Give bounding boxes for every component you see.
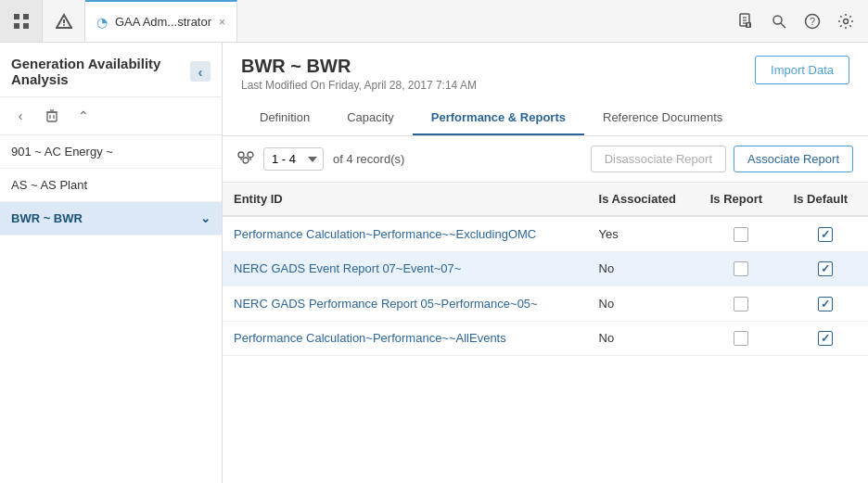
record-count: of 4 record(s) <box>333 152 404 166</box>
entity-link[interactable]: Performance Calculation~Performance~~All… <box>234 331 506 345</box>
svg-rect-19 <box>47 112 57 121</box>
sidebar-item-as-as-plant[interactable]: AS ~ AS Plant <box>0 169 222 202</box>
col-is-default: Is Default <box>783 183 868 216</box>
is-default-checkbox[interactable] <box>818 331 833 346</box>
is-report-checkbox[interactable] <box>734 261 748 276</box>
content-tabs: Definition Capacity Performance & Report… <box>241 101 849 135</box>
delete-btn[interactable] <box>39 103 65 129</box>
is-default-checkbox[interactable] <box>818 227 833 242</box>
entity-id-cell: Performance Calculation~Performance~~All… <box>223 321 588 356</box>
back-btn[interactable]: ‹ <box>7 103 33 129</box>
svg-point-6 <box>63 24 65 26</box>
tab-label: GAA Adm...strator <box>115 15 211 29</box>
table-body: Performance Calculation~Performance~~Exc… <box>223 216 868 356</box>
entity-id-cell: Performance Calculation~Performance~~Exc… <box>223 216 588 251</box>
triangle-icon[interactable] <box>43 0 85 42</box>
entity-info: BWR ~ BWR Last Modified On Friday, April… <box>241 56 477 92</box>
is-report-cell[interactable] <box>699 321 783 356</box>
svg-point-26 <box>243 158 249 163</box>
table-actions: Disassociate Report Associate Report <box>591 146 853 172</box>
entity-subtitle: Last Modified On Friday, April 28, 2017 … <box>241 79 477 92</box>
is-associated-cell: No <box>588 251 699 286</box>
chevron-down-icon: ⌄ <box>200 211 211 225</box>
sidebar-title: Generation Availability Analysis <box>11 56 160 87</box>
is-report-cell[interactable] <box>699 216 783 251</box>
table-row: NERC GADS Performance Report 05~Performa… <box>223 286 868 322</box>
svg-point-24 <box>238 152 244 158</box>
is-default-cell[interactable] <box>783 321 868 356</box>
content-header: BWR ~ BWR Last Modified On Friday, April… <box>223 43 868 136</box>
svg-line-15 <box>781 23 785 28</box>
svg-rect-0 <box>14 14 19 19</box>
col-entity-id: Entity ID <box>223 183 588 216</box>
is-default-cell[interactable] <box>783 286 868 322</box>
grid-icon[interactable] <box>0 0 43 42</box>
is-default-checkbox[interactable] <box>818 261 833 276</box>
table-header-row: Entity ID Is Associated Is Report Is Def… <box>223 183 868 216</box>
main-layout: Generation Availability Analysis ‹ ‹ ⌃ 9… <box>0 43 868 483</box>
is-default-checkbox[interactable] <box>818 297 833 311</box>
import-data-button[interactable]: Import Data <box>755 56 849 84</box>
table-row: Performance Calculation~Performance~~Exc… <box>223 216 868 251</box>
top-bar-actions: ? <box>723 0 868 42</box>
svg-point-18 <box>844 19 849 23</box>
tab-close-icon[interactable]: × <box>219 16 225 29</box>
sidebar-item-bwr-bwr[interactable]: BWR ~ BWR ⌄ <box>0 202 222 235</box>
is-report-cell[interactable] <box>699 251 783 286</box>
is-report-checkbox[interactable] <box>734 227 748 242</box>
table-area: 1 - 4 of 4 record(s) Disassociate Report… <box>223 136 868 483</box>
search-action-icon[interactable] <box>764 6 794 36</box>
svg-rect-1 <box>23 14 29 19</box>
svg-point-25 <box>248 152 253 158</box>
entity-link[interactable]: NERC GADS Event Report 07~Event~07~ <box>234 261 461 275</box>
entity-link[interactable]: NERC GADS Performance Report 05~Performa… <box>234 297 538 311</box>
svg-point-14 <box>773 16 782 24</box>
svg-rect-3 <box>23 23 29 29</box>
is-associated-cell: No <box>588 321 699 356</box>
entity-link[interactable]: Performance Calculation~Performance~~Exc… <box>234 227 536 241</box>
is-report-checkbox[interactable] <box>734 297 748 311</box>
entity-title: BWR ~ BWR <box>241 56 477 77</box>
col-is-associated: Is Associated <box>588 183 699 216</box>
reports-table: Entity ID Is Associated Is Report Is Def… <box>223 183 868 356</box>
sidebar: Generation Availability Analysis ‹ ‹ ⌃ 9… <box>0 43 223 483</box>
top-bar: ◔ GAA Adm...strator × ? <box>0 0 868 43</box>
tab-definition[interactable]: Definition <box>241 101 328 135</box>
entity-id-cell: NERC GADS Event Report 07~Event~07~ <box>223 251 588 286</box>
table-row: Performance Calculation~Performance~~All… <box>223 321 868 356</box>
svg-text:?: ? <box>810 16 815 27</box>
up-btn[interactable]: ⌃ <box>70 103 96 129</box>
sidebar-collapse-btn[interactable]: ‹ <box>190 61 211 82</box>
tab-reference-documents[interactable]: Reference Documents <box>584 101 741 135</box>
filter-icon <box>237 151 254 168</box>
col-is-report: Is Report <box>699 183 783 216</box>
settings-action-icon[interactable] <box>831 6 861 36</box>
document-action-icon[interactable] <box>731 6 760 36</box>
table-toolbar: 1 - 4 of 4 record(s) Disassociate Report… <box>223 136 868 183</box>
sidebar-toolbar: ‹ ⌃ <box>0 97 222 135</box>
main-tab[interactable]: ◔ GAA Adm...strator × <box>85 0 237 42</box>
tab-performance-reports[interactable]: Performance & Reports <box>413 101 584 135</box>
is-default-cell[interactable] <box>783 216 868 251</box>
tab-capacity[interactable]: Capacity <box>328 101 413 135</box>
table-row: NERC GADS Event Report 07~Event~07~ No <box>223 251 868 286</box>
is-default-cell[interactable] <box>783 251 868 286</box>
svg-rect-2 <box>14 23 19 29</box>
entity-id-cell: NERC GADS Performance Report 05~Performa… <box>223 286 588 322</box>
sidebar-item-901-ac-energy[interactable]: 901 ~ AC Energy ~ <box>0 135 222 169</box>
tab-spinner-icon: ◔ <box>96 15 108 30</box>
content-area: BWR ~ BWR Last Modified On Friday, April… <box>223 43 868 483</box>
is-associated-cell: No <box>588 286 699 322</box>
is-report-checkbox[interactable] <box>734 331 748 346</box>
help-action-icon[interactable]: ? <box>798 6 827 36</box>
sidebar-header: Generation Availability Analysis ‹ <box>0 43 222 97</box>
disassociate-report-button[interactable]: Disassociate Report <box>591 146 726 172</box>
is-associated-cell: Yes <box>588 216 699 251</box>
content-header-top: BWR ~ BWR Last Modified On Friday, April… <box>241 56 849 92</box>
is-report-cell[interactable] <box>699 286 783 322</box>
associate-report-button[interactable]: Associate Report <box>734 146 853 172</box>
pagination-select[interactable]: 1 - 4 <box>263 147 324 171</box>
